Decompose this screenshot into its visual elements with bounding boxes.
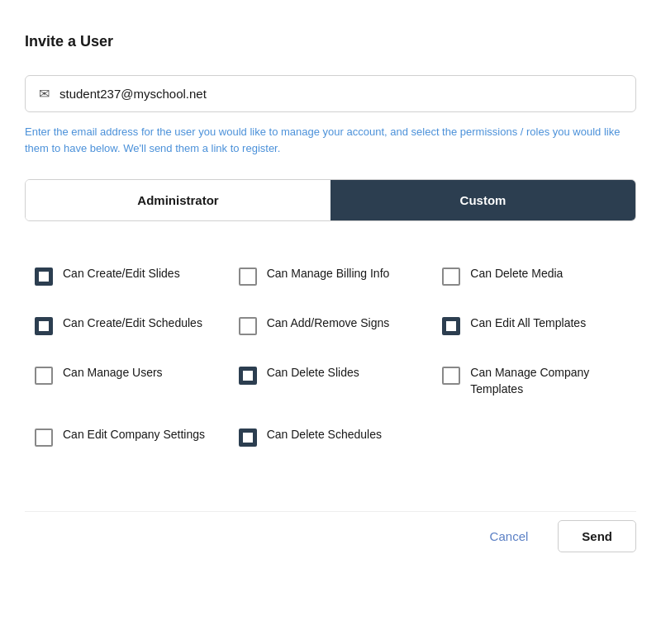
cancel-button[interactable]: Cancel <box>477 521 542 552</box>
perm-label-manage-users: Can Manage Users <box>63 365 163 381</box>
email-icon: ✉ <box>39 86 50 102</box>
footer: Cancel Send <box>25 511 636 552</box>
checkbox-edit-all-templates[interactable] <box>442 317 460 335</box>
perm-placeholder <box>432 412 636 462</box>
send-button[interactable]: Send <box>558 520 636 552</box>
checkbox-manage-users[interactable] <box>35 367 53 385</box>
tab-custom[interactable]: Custom <box>330 180 635 220</box>
email-input-wrapper: ✉ <box>25 75 636 112</box>
permissions-grid: Can Create/Edit Slides Can Manage Billin… <box>25 251 636 462</box>
perm-label-manage-billing: Can Manage Billing Info <box>267 266 390 282</box>
perm-label-delete-media: Can Delete Media <box>470 266 563 282</box>
perm-label-delete-schedules: Can Delete Schedules <box>267 427 382 443</box>
page-title: Invite a User <box>25 33 636 50</box>
checkbox-delete-media[interactable] <box>442 268 460 286</box>
checkbox-delete-schedules[interactable] <box>239 429 257 447</box>
perm-manage-billing: Can Manage Billing Info <box>229 251 433 301</box>
perm-label-manage-company-templates: Can Manage Company Templates <box>470 365 626 397</box>
perm-edit-company-settings: Can Edit Company Settings <box>25 412 229 462</box>
perm-label-edit-company-settings: Can Edit Company Settings <box>63 427 205 443</box>
perm-delete-slides: Can Delete Slides <box>229 350 433 412</box>
email-input[interactable] <box>59 87 622 101</box>
perm-manage-users: Can Manage Users <box>25 350 229 412</box>
perm-create-edit-schedules: Can Create/Edit Schedules <box>25 301 229 350</box>
helper-text: Enter the email address for the user you… <box>25 124 636 156</box>
perm-manage-company-templates: Can Manage Company Templates <box>432 350 636 412</box>
perm-label-create-edit-schedules: Can Create/Edit Schedules <box>63 315 202 332</box>
perm-label-delete-slides: Can Delete Slides <box>267 365 359 381</box>
checkbox-manage-company-templates[interactable] <box>442 367 460 385</box>
checkbox-create-edit-schedules[interactable] <box>35 317 53 335</box>
perm-label-create-edit-slides: Can Create/Edit Slides <box>63 266 180 282</box>
checkbox-manage-billing[interactable] <box>239 268 257 286</box>
checkbox-create-edit-slides[interactable] <box>35 268 53 286</box>
perm-delete-schedules: Can Delete Schedules <box>229 412 433 462</box>
tab-administrator[interactable]: Administrator <box>26 180 330 220</box>
perm-edit-all-templates: Can Edit All Templates <box>432 301 636 350</box>
role-tab-group: Administrator Custom <box>25 179 636 221</box>
checkbox-edit-company-settings[interactable] <box>35 429 53 447</box>
invite-user-modal: Invite a User ✉ Enter the email address … <box>25 33 636 552</box>
perm-create-edit-slides: Can Create/Edit Slides <box>25 251 229 301</box>
perm-label-edit-all-templates: Can Edit All Templates <box>470 315 586 332</box>
perm-label-add-remove-signs: Can Add/Remove Signs <box>267 315 390 332</box>
checkbox-delete-slides[interactable] <box>239 367 257 385</box>
perm-delete-media: Can Delete Media <box>432 251 636 301</box>
perm-add-remove-signs: Can Add/Remove Signs <box>229 301 433 350</box>
checkbox-add-remove-signs[interactable] <box>239 317 257 335</box>
